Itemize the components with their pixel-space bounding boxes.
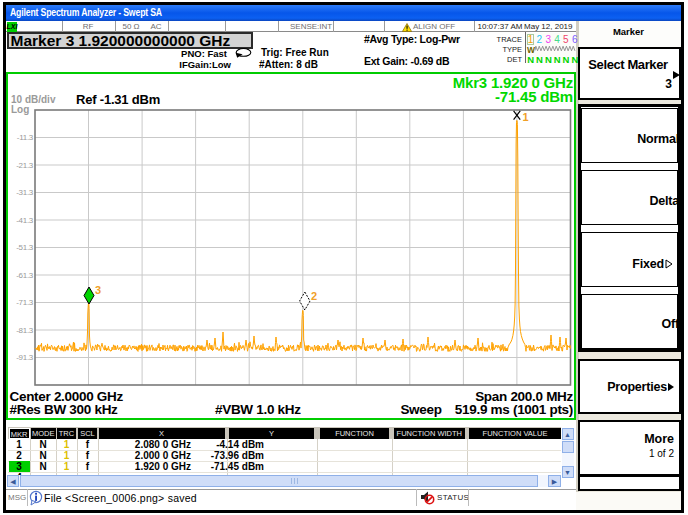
svg-text:1: 1	[523, 111, 529, 123]
svg-text:2: 2	[311, 290, 317, 302]
svg-text:3: 3	[95, 284, 101, 296]
